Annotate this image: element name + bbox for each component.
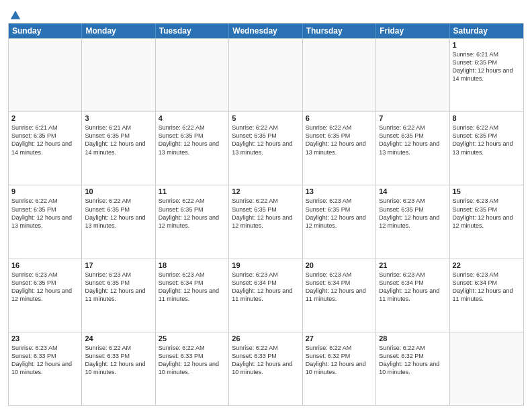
cal-cell-2-2: 11Sunrise: 6:22 AM Sunset: 6:35 PM Dayli…: [156, 185, 229, 258]
cal-cell-0-4: [303, 39, 376, 111]
cell-info: Sunrise: 6:23 AM Sunset: 6:34 PM Dayligh…: [232, 271, 299, 304]
day-number: 21: [379, 261, 446, 269]
cell-info: Sunrise: 6:22 AM Sunset: 6:32 PM Dayligh…: [379, 344, 446, 377]
cell-info: Sunrise: 6:21 AM Sunset: 6:35 PM Dayligh…: [11, 124, 79, 156]
day-number: 10: [85, 187, 152, 195]
day-number: 1: [453, 41, 521, 49]
cal-cell-1-0: 2Sunrise: 6:21 AM Sunset: 6:35 PM Daylig…: [9, 112, 82, 185]
header-day-friday: Friday: [376, 24, 449, 38]
logo: [8, 9, 21, 19]
header: [8, 7, 524, 19]
day-number: 14: [379, 187, 446, 195]
cal-cell-2-3: 12Sunrise: 6:22 AM Sunset: 6:35 PM Dayli…: [229, 185, 302, 258]
day-number: 28: [379, 334, 446, 342]
cal-cell-4-0: 23Sunrise: 6:23 AM Sunset: 6:33 PM Dayli…: [9, 332, 82, 405]
cell-info: Sunrise: 6:22 AM Sunset: 6:35 PM Dayligh…: [453, 124, 521, 156]
cell-info: Sunrise: 6:23 AM Sunset: 6:34 PM Dayligh…: [159, 271, 226, 304]
week-row-2: 9Sunrise: 6:22 AM Sunset: 6:35 PM Daylig…: [9, 185, 523, 258]
cal-cell-0-5: [376, 39, 449, 111]
cal-cell-0-1: [82, 39, 155, 111]
cal-cell-1-5: 7Sunrise: 6:22 AM Sunset: 6:35 PM Daylig…: [376, 112, 449, 185]
day-number: 7: [379, 114, 446, 122]
cal-cell-0-3: [229, 39, 302, 111]
day-number: 22: [453, 261, 521, 269]
week-row-3: 16Sunrise: 6:23 AM Sunset: 6:35 PM Dayli…: [9, 259, 523, 332]
cell-info: Sunrise: 6:23 AM Sunset: 6:35 PM Dayligh…: [11, 271, 79, 304]
cell-info: Sunrise: 6:22 AM Sunset: 6:35 PM Dayligh…: [159, 124, 226, 156]
cal-cell-3-6: 22Sunrise: 6:23 AM Sunset: 6:34 PM Dayli…: [450, 259, 523, 332]
day-number: 11: [159, 187, 226, 195]
cal-cell-2-0: 9Sunrise: 6:22 AM Sunset: 6:35 PM Daylig…: [9, 185, 82, 258]
calendar-body: 1Sunrise: 6:21 AM Sunset: 6:35 PM Daylig…: [9, 38, 523, 405]
day-number: 16: [11, 261, 79, 269]
cal-cell-0-6: 1Sunrise: 6:21 AM Sunset: 6:35 PM Daylig…: [450, 39, 523, 111]
cell-info: Sunrise: 6:23 AM Sunset: 6:34 PM Dayligh…: [379, 271, 446, 304]
cal-cell-1-1: 3Sunrise: 6:21 AM Sunset: 6:35 PM Daylig…: [82, 112, 155, 185]
header-day-wednesday: Wednesday: [229, 24, 302, 38]
cal-cell-2-4: 13Sunrise: 6:23 AM Sunset: 6:35 PM Dayli…: [303, 185, 376, 258]
cal-cell-4-6: [450, 332, 523, 405]
day-number: 20: [306, 261, 373, 269]
cell-info: Sunrise: 6:23 AM Sunset: 6:33 PM Dayligh…: [11, 344, 79, 377]
day-number: 15: [453, 187, 521, 195]
cal-cell-3-1: 17Sunrise: 6:23 AM Sunset: 6:35 PM Dayli…: [82, 259, 155, 332]
cal-cell-1-4: 6Sunrise: 6:22 AM Sunset: 6:35 PM Daylig…: [303, 112, 376, 185]
cell-info: Sunrise: 6:22 AM Sunset: 6:33 PM Dayligh…: [159, 344, 226, 377]
day-number: 3: [85, 114, 152, 122]
day-number: 23: [11, 334, 79, 342]
cal-cell-4-4: 27Sunrise: 6:22 AM Sunset: 6:32 PM Dayli…: [303, 332, 376, 405]
day-number: 9: [11, 187, 79, 195]
cell-info: Sunrise: 6:22 AM Sunset: 6:35 PM Dayligh…: [85, 197, 152, 230]
day-number: 25: [159, 334, 226, 342]
cal-cell-1-2: 4Sunrise: 6:22 AM Sunset: 6:35 PM Daylig…: [156, 112, 229, 185]
header-day-thursday: Thursday: [303, 24, 376, 38]
cell-info: Sunrise: 6:22 AM Sunset: 6:32 PM Dayligh…: [306, 344, 373, 377]
svg-marker-0: [11, 11, 20, 19]
day-number: 26: [232, 334, 299, 342]
day-number: 13: [306, 187, 373, 195]
cell-info: Sunrise: 6:23 AM Sunset: 6:35 PM Dayligh…: [306, 197, 373, 230]
cell-info: Sunrise: 6:22 AM Sunset: 6:35 PM Dayligh…: [11, 197, 79, 230]
cal-cell-2-5: 14Sunrise: 6:23 AM Sunset: 6:35 PM Dayli…: [376, 185, 449, 258]
cell-info: Sunrise: 6:22 AM Sunset: 6:35 PM Dayligh…: [159, 197, 226, 230]
cal-cell-1-6: 8Sunrise: 6:22 AM Sunset: 6:35 PM Daylig…: [450, 112, 523, 185]
header-day-tuesday: Tuesday: [156, 24, 229, 38]
cal-cell-3-5: 21Sunrise: 6:23 AM Sunset: 6:34 PM Dayli…: [376, 259, 449, 332]
cal-cell-2-1: 10Sunrise: 6:22 AM Sunset: 6:35 PM Dayli…: [82, 185, 155, 258]
cell-info: Sunrise: 6:22 AM Sunset: 6:35 PM Dayligh…: [232, 124, 299, 156]
day-number: 12: [232, 187, 299, 195]
cal-cell-0-2: [156, 39, 229, 111]
day-number: 6: [306, 114, 373, 122]
header-day-sunday: Sunday: [9, 24, 82, 38]
cal-cell-3-0: 16Sunrise: 6:23 AM Sunset: 6:35 PM Dayli…: [9, 259, 82, 332]
cal-cell-2-6: 15Sunrise: 6:23 AM Sunset: 6:35 PM Dayli…: [450, 185, 523, 258]
cell-info: Sunrise: 6:22 AM Sunset: 6:35 PM Dayligh…: [232, 197, 299, 230]
week-row-1: 2Sunrise: 6:21 AM Sunset: 6:35 PM Daylig…: [9, 111, 523, 185]
cell-info: Sunrise: 6:22 AM Sunset: 6:35 PM Dayligh…: [306, 124, 373, 156]
cell-info: Sunrise: 6:23 AM Sunset: 6:35 PM Dayligh…: [453, 197, 521, 230]
cal-cell-0-0: [9, 39, 82, 111]
cal-cell-3-2: 18Sunrise: 6:23 AM Sunset: 6:34 PM Dayli…: [156, 259, 229, 332]
cal-cell-3-4: 20Sunrise: 6:23 AM Sunset: 6:34 PM Dayli…: [303, 259, 376, 332]
week-row-4: 23Sunrise: 6:23 AM Sunset: 6:33 PM Dayli…: [9, 332, 523, 405]
day-number: 19: [232, 261, 299, 269]
header-day-monday: Monday: [82, 24, 155, 38]
page: SundayMondayTuesdayWednesdayThursdayFrid…: [0, 0, 532, 411]
cell-info: Sunrise: 6:22 AM Sunset: 6:35 PM Dayligh…: [379, 124, 446, 156]
cal-cell-4-2: 25Sunrise: 6:22 AM Sunset: 6:33 PM Dayli…: [156, 332, 229, 405]
cell-info: Sunrise: 6:21 AM Sunset: 6:35 PM Dayligh…: [85, 124, 152, 156]
day-number: 17: [85, 261, 152, 269]
logo-icon: [9, 9, 21, 21]
day-number: 18: [159, 261, 226, 269]
cal-cell-1-3: 5Sunrise: 6:22 AM Sunset: 6:35 PM Daylig…: [229, 112, 302, 185]
cell-info: Sunrise: 6:23 AM Sunset: 6:34 PM Dayligh…: [306, 271, 373, 304]
cal-cell-4-3: 26Sunrise: 6:22 AM Sunset: 6:33 PM Dayli…: [229, 332, 302, 405]
cell-info: Sunrise: 6:23 AM Sunset: 6:35 PM Dayligh…: [85, 271, 152, 304]
day-number: 27: [306, 334, 373, 342]
cell-info: Sunrise: 6:23 AM Sunset: 6:34 PM Dayligh…: [453, 271, 521, 304]
cell-info: Sunrise: 6:22 AM Sunset: 6:33 PM Dayligh…: [85, 344, 152, 377]
header-day-saturday: Saturday: [450, 24, 523, 38]
day-number: 2: [11, 114, 79, 122]
cal-cell-4-1: 24Sunrise: 6:22 AM Sunset: 6:33 PM Dayli…: [82, 332, 155, 405]
calendar-header: SundayMondayTuesdayWednesdayThursdayFrid…: [9, 24, 523, 38]
